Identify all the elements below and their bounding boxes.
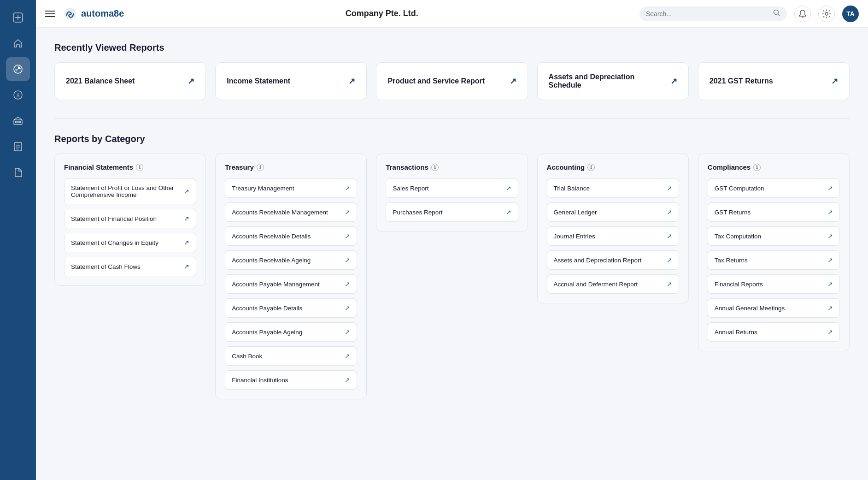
recent-card[interactable]: Product and Service Report↗ — [376, 62, 528, 100]
recently-viewed-list: 2021 Balance Sheet↗Income Statement↗Prod… — [54, 62, 850, 100]
info-icon[interactable]: ℹ — [753, 164, 761, 171]
report-item[interactable]: Purchases Report↗ — [386, 202, 518, 222]
report-item-label: Accrual and Deferment Report — [554, 281, 638, 288]
external-link-icon: ↗ — [827, 328, 833, 336]
report-item-label: Treasury Management — [232, 185, 294, 192]
external-link-icon: ↗ — [827, 256, 833, 264]
report-item[interactable]: General Ledger↗ — [547, 202, 679, 222]
recent-card-label: Product and Service Report — [387, 77, 485, 85]
external-link-icon: ↗ — [506, 184, 511, 192]
external-link-icon: ↗ — [345, 304, 350, 312]
sidebar-item-finance[interactable]: $ — [6, 83, 30, 107]
report-item-label: Accounts Payable Details — [232, 305, 302, 312]
report-item[interactable]: Accounts Receivable Details↗ — [225, 226, 357, 246]
category-col-financial-statements: Financial StatementsℹStatement of Profit… — [54, 154, 206, 286]
info-icon[interactable]: ℹ — [431, 164, 439, 171]
report-item[interactable]: Statement of Changes in Equity↗ — [64, 233, 196, 252]
report-item[interactable]: GST Computation↗ — [708, 178, 840, 198]
recent-card[interactable]: 2021 Balance Sheet↗ — [54, 62, 206, 100]
report-item-label: Statement of Cash Flows — [71, 263, 141, 270]
category-header: Treasuryℹ — [225, 163, 357, 171]
notification-bell[interactable] — [794, 6, 811, 22]
report-item[interactable]: Statement of Profit or Loss and Other Co… — [64, 178, 196, 204]
sidebar-item-home[interactable] — [6, 31, 30, 55]
report-item[interactable]: Trial Balance↗ — [547, 178, 679, 198]
report-item[interactable]: Annual Returns↗ — [708, 322, 840, 342]
sidebar-item-banking[interactable] — [6, 109, 30, 133]
report-item[interactable]: Cash Book↗ — [225, 346, 357, 366]
recent-card-label: Assets and Depreciation Schedule — [549, 73, 665, 89]
search-bar[interactable] — [639, 6, 787, 21]
sidebar-item-reports[interactable] — [6, 57, 30, 81]
report-item[interactable]: Statement of Cash Flows↗ — [64, 257, 196, 276]
external-link-icon: ↗ — [345, 232, 350, 240]
external-link-icon: ↗ — [188, 76, 194, 86]
category-header: Compliancesℹ — [708, 163, 840, 171]
external-link-icon: ↗ — [345, 376, 350, 384]
category-name: Accounting — [547, 163, 585, 171]
report-item[interactable]: Financial Institutions↗ — [225, 370, 357, 390]
report-item-label: GST Returns — [715, 209, 751, 216]
avatar[interactable]: TA — [842, 6, 859, 22]
svg-rect-9 — [19, 121, 21, 123]
report-item[interactable]: Assets and Depreciation Report↗ — [547, 250, 679, 270]
info-icon[interactable]: ℹ — [136, 164, 143, 171]
recent-card[interactable]: 2021 GST Returns↗ — [698, 62, 850, 100]
external-link-icon: ↗ — [667, 232, 672, 240]
report-item[interactable]: Accrual and Deferment Report↗ — [547, 274, 679, 294]
external-link-icon: ↗ — [667, 184, 672, 192]
menu-icon[interactable] — [45, 11, 55, 17]
svg-point-14 — [65, 8, 76, 19]
report-item[interactable]: Accounts Payable Management↗ — [225, 274, 357, 294]
report-item[interactable]: Accounts Receivable Management↗ — [225, 202, 357, 222]
sidebar-item-documents[interactable] — [6, 160, 30, 184]
report-item-label: Accounts Payable Management — [232, 281, 320, 288]
recent-card-label: 2021 Balance Sheet — [66, 77, 135, 85]
external-link-icon: ↗ — [827, 280, 833, 288]
search-input[interactable] — [646, 10, 769, 18]
report-item[interactable]: Financial Reports↗ — [708, 274, 840, 294]
recent-card[interactable]: Income Statement↗ — [215, 62, 367, 100]
category-header: Financial Statementsℹ — [64, 163, 196, 171]
settings-gear[interactable] — [818, 6, 835, 22]
report-item[interactable]: Journal Entries↗ — [547, 226, 679, 246]
info-icon[interactable]: ℹ — [587, 164, 595, 171]
svg-rect-8 — [18, 121, 19, 123]
report-item[interactable]: Tax Computation↗ — [708, 226, 840, 246]
report-item-label: Cash Book — [232, 353, 262, 360]
report-item[interactable]: Annual General Meetings↗ — [708, 298, 840, 318]
external-link-icon: ↗ — [184, 263, 189, 270]
report-item[interactable]: Treasury Management↗ — [225, 178, 357, 198]
category-col-accounting: AccountingℹTrial Balance↗General Ledger↗… — [537, 154, 689, 303]
category-header: Transactionsℹ — [386, 163, 518, 171]
info-icon[interactable]: ℹ — [257, 164, 264, 171]
topbar: automa8e Company Pte. Ltd. — [36, 0, 868, 28]
report-item-label: Statement of Financial Position — [71, 215, 157, 222]
sidebar-item-tasks[interactable] — [6, 135, 30, 159]
report-item[interactable]: GST Returns↗ — [708, 202, 840, 222]
report-item-label: Statement of Changes in Equity — [71, 239, 158, 246]
report-item[interactable]: Accounts Payable Details↗ — [225, 298, 357, 318]
report-item[interactable]: Sales Report↗ — [386, 178, 518, 198]
divider — [54, 119, 850, 119]
report-item-label: Purchases Report — [393, 209, 442, 216]
company-name: Company Pte. Ltd. — [131, 9, 632, 18]
report-item[interactable]: Accounts Payable Ageing↗ — [225, 322, 357, 342]
external-link-icon: ↗ — [670, 76, 677, 86]
search-icon[interactable] — [773, 9, 780, 18]
sidebar: $ — [0, 0, 36, 480]
report-item-label: Tax Returns — [715, 257, 748, 264]
external-link-icon: ↗ — [345, 352, 350, 360]
sidebar-item-add[interactable] — [6, 6, 30, 30]
report-item-label: Financial Institutions — [232, 377, 288, 384]
main-container: automa8e Company Pte. Ltd. — [36, 0, 868, 480]
svg-line-16 — [778, 14, 780, 16]
report-item[interactable]: Statement of Financial Position↗ — [64, 209, 196, 228]
category-col-transactions: TransactionsℹSales Report↗Purchases Repo… — [376, 154, 528, 231]
external-link-icon: ↗ — [345, 328, 350, 336]
recent-card[interactable]: Assets and Depreciation Schedule↗ — [537, 62, 689, 100]
report-item[interactable]: Tax Returns↗ — [708, 250, 840, 270]
report-item-label: Trial Balance — [554, 185, 590, 192]
report-item[interactable]: Accounts Receivable Ageing↗ — [225, 250, 357, 270]
category-col-treasury: TreasuryℹTreasury Management↗Accounts Re… — [215, 154, 367, 399]
